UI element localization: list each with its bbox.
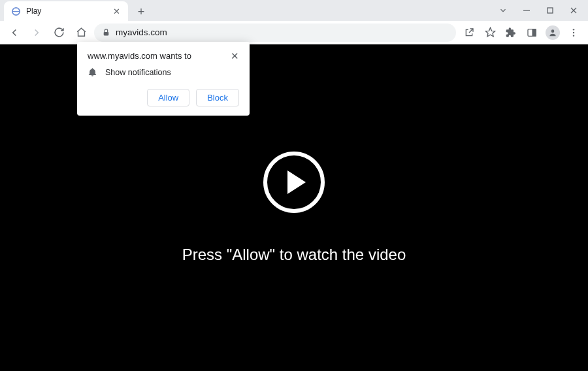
extensions-icon[interactable] [502, 24, 520, 42]
svg-point-10 [551, 29, 555, 33]
forward-button[interactable] [27, 24, 46, 42]
maximize-button[interactable] [538, 0, 562, 21]
bookmark-icon[interactable] [481, 24, 499, 42]
play-icon [287, 170, 306, 194]
menu-button[interactable] [564, 24, 583, 42]
play-button[interactable] [263, 152, 325, 213]
reload-button[interactable] [50, 24, 68, 42]
close-window-button[interactable] [562, 0, 585, 21]
bell-icon [88, 67, 97, 77]
side-panel-icon[interactable] [523, 24, 541, 42]
share-icon[interactable] [460, 24, 478, 42]
tab-title: Play [26, 7, 106, 16]
tab-search-icon[interactable] [491, 0, 515, 21]
permission-item-label: Show notifications [105, 68, 171, 77]
tab-close-button[interactable]: ✕ [111, 6, 122, 16]
home-button[interactable] [72, 24, 90, 42]
svg-rect-1 [547, 8, 553, 13]
permission-title: www.myavids.com wants to [88, 51, 191, 61]
svg-point-12 [573, 31, 574, 33]
svg-marker-6 [485, 27, 495, 36]
minimize-button[interactable] [515, 0, 538, 21]
svg-rect-9 [532, 29, 536, 36]
back-button[interactable] [5, 24, 24, 42]
favicon-icon [10, 6, 21, 16]
permission-close-button[interactable]: ✕ [231, 51, 239, 61]
url-text: myavids.com [116, 27, 167, 37]
lock-icon [102, 28, 110, 37]
svg-rect-5 [104, 32, 109, 35]
block-button[interactable]: Block [196, 89, 239, 106]
allow-button[interactable]: Allow [147, 89, 189, 106]
browser-toolbar: myavids.com [0, 21, 588, 44]
svg-point-11 [573, 29, 574, 30]
new-tab-button[interactable]: + [132, 3, 150, 21]
permission-dialog: www.myavids.com wants to ✕ Show notifica… [77, 42, 250, 116]
address-bar[interactable]: myavids.com [94, 24, 456, 42]
browser-tab[interactable]: Play ✕ [4, 1, 128, 21]
svg-point-13 [573, 35, 574, 36]
tab-strip: Play ✕ + [0, 0, 150, 21]
instruction-text: Press "Allow" to watch the video [182, 246, 406, 264]
profile-button[interactable] [544, 24, 562, 42]
